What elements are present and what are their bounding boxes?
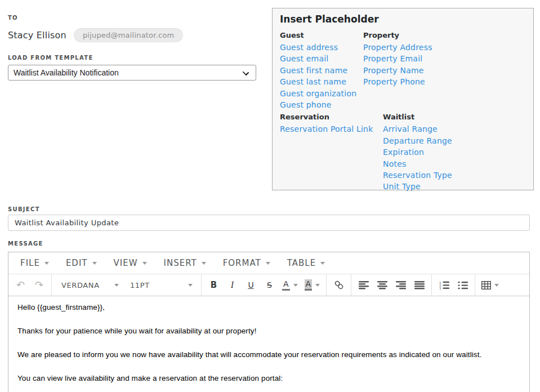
table-group	[475, 274, 505, 296]
placeholder-guest-first-name[interactable]: Guest first name	[280, 65, 363, 76]
placeholder-arrival-range[interactable]: Arrival Range	[383, 123, 526, 135]
font-family-select[interactable]: VERDANA	[55, 274, 123, 296]
insert-link-button[interactable]	[329, 274, 348, 296]
message-body[interactable]: Hello {{guest_firstname}}, Thanks for yo…	[8, 296, 529, 392]
placeholder-reservation-portal-link[interactable]: Reservation Portal Link	[280, 123, 383, 135]
align-justify-icon	[414, 281, 425, 289]
to-label: TO	[8, 15, 18, 21]
align-center-button[interactable]	[373, 274, 391, 296]
list-group: 1 2 3	[431, 274, 475, 296]
message-paragraph: Thanks for your patience while you wait …	[17, 325, 520, 337]
align-center-icon	[377, 281, 387, 289]
placeholder-group-reservation: Reservation Reservation Portal Link	[280, 112, 383, 192]
background-color-button[interactable]: A	[301, 274, 324, 296]
insert-table-button[interactable]	[478, 274, 502, 296]
align-right-button[interactable]	[391, 274, 410, 296]
recipient-row: Stacy Ellison pijuped@mailinator.com	[8, 28, 183, 42]
format-group: B I U S A A	[201, 274, 326, 296]
text-color-icon: A	[282, 279, 290, 291]
placeholder-row-bottom: Reservation Reservation Portal Link Wait…	[280, 112, 526, 192]
bullet-list-icon	[458, 281, 468, 289]
underline-button[interactable]: U	[242, 274, 260, 296]
align-justify-button[interactable]	[410, 274, 429, 296]
placeholder-row-top: Guest Guest address Guest email Guest fi…	[280, 30, 526, 110]
placeholder-guest-address[interactable]: Guest address	[280, 42, 363, 53]
editor-toolbar: ↶ ↷ VERDANA 11PT B I U	[8, 274, 529, 296]
bullet-list-button[interactable]	[453, 274, 472, 296]
recipient-email-chip: pijuped@mailinator.com	[74, 28, 183, 42]
recipient-name: Stacy Ellison	[8, 30, 66, 41]
numbered-list-button[interactable]: 1 2 3	[435, 274, 453, 296]
placeholder-expiration[interactable]: Expiration	[383, 146, 526, 158]
font-size-select[interactable]: 11PT	[123, 274, 198, 296]
font-group: VERDANA 11PT	[51, 274, 201, 296]
reservation-group-header: Reservation	[280, 112, 383, 122]
numbered-list-icon: 1 2 3	[439, 281, 449, 289]
chevron-down-icon	[202, 262, 206, 265]
link-group	[326, 274, 351, 296]
background-color-icon: A	[305, 279, 313, 291]
undo-button[interactable]: ↶	[11, 274, 30, 296]
chevron-down-icon	[320, 262, 325, 265]
chevron-down-icon	[44, 262, 49, 265]
link-icon	[334, 280, 344, 290]
rich-text-editor: FILE EDIT VIEW INSERT FORMAT TABLE ↶	[8, 252, 530, 392]
chevron-down-icon	[293, 284, 298, 287]
svg-text:3: 3	[439, 287, 441, 289]
chevron-down-icon	[494, 284, 499, 287]
align-left-icon	[359, 281, 369, 289]
property-group-header: Property	[363, 30, 526, 41]
text-color-button[interactable]: A	[279, 274, 301, 296]
strikethrough-button[interactable]: S	[260, 274, 279, 296]
message-label: MESSAGE	[8, 240, 43, 247]
align-right-icon	[396, 281, 406, 289]
align-group	[351, 274, 431, 296]
message-paragraph: We are pleased to inform you we now have…	[17, 349, 520, 360]
placeholder-guest-last-name[interactable]: Guest last name	[280, 76, 363, 87]
message-paragraph: You can view live availability and make …	[17, 372, 520, 384]
chevron-down-icon	[114, 284, 119, 287]
placeholder-guest-email[interactable]: Guest email	[280, 53, 363, 64]
waitlist-group-header: Waitlist	[383, 112, 526, 122]
chevron-down-icon	[92, 262, 97, 265]
bold-icon: B	[211, 280, 217, 290]
menu-view[interactable]: VIEW	[114, 258, 147, 268]
menu-edit[interactable]: EDIT	[66, 258, 97, 268]
placeholder-reservation-type[interactable]: Reservation Type	[383, 170, 526, 181]
placeholder-notes[interactable]: Notes	[383, 158, 526, 170]
placeholder-unit-type[interactable]: Unit Type	[383, 181, 526, 192]
message-paragraph: Hello {{guest_firstname}},	[17, 301, 520, 313]
bold-button[interactable]: B	[204, 274, 223, 296]
chevron-down-icon	[142, 262, 147, 265]
placeholder-group-property: Property Property Address Property Email…	[363, 30, 526, 110]
template-select[interactable]: Waitlist Availability Notification	[8, 65, 256, 81]
menu-table[interactable]: TABLE	[287, 258, 325, 268]
table-icon	[481, 281, 491, 289]
menu-file[interactable]: FILE	[20, 258, 49, 268]
italic-icon: I	[231, 280, 234, 290]
menu-format[interactable]: FORMAT	[223, 258, 270, 268]
placeholder-property-address[interactable]: Property Address	[363, 42, 526, 53]
placeholder-property-phone[interactable]: Property Phone	[363, 76, 526, 87]
subject-label: SUBJECT	[8, 206, 40, 212]
strikethrough-icon: S	[267, 280, 272, 289]
placeholder-group-guest: Guest Guest address Guest email Guest fi…	[280, 30, 363, 110]
placeholder-property-email[interactable]: Property Email	[363, 53, 526, 64]
load-from-template-label: LOAD FROM TEMPLATE	[8, 55, 93, 61]
placeholder-guest-phone[interactable]: Guest phone	[280, 99, 363, 110]
italic-button[interactable]: I	[223, 274, 242, 296]
subject-input[interactable]	[8, 215, 530, 231]
chevron-down-icon	[266, 262, 270, 265]
chevron-down-icon	[243, 69, 249, 75]
placeholder-property-name[interactable]: Property Name	[363, 65, 526, 76]
editor-menubar: FILE EDIT VIEW INSERT FORMAT TABLE	[8, 252, 529, 274]
insert-placeholder-panel: Insert Placeholder Guest Guest address G…	[272, 8, 534, 190]
menu-insert[interactable]: INSERT	[164, 258, 206, 268]
placeholder-departure-range[interactable]: Departure Range	[383, 135, 526, 146]
undo-icon: ↶	[16, 280, 25, 290]
guest-group-header: Guest	[280, 30, 363, 41]
placeholder-guest-organization[interactable]: Guest organization	[280, 88, 363, 99]
redo-button[interactable]: ↷	[30, 274, 48, 296]
align-left-button[interactable]	[354, 274, 373, 296]
chevron-down-icon	[315, 284, 320, 287]
